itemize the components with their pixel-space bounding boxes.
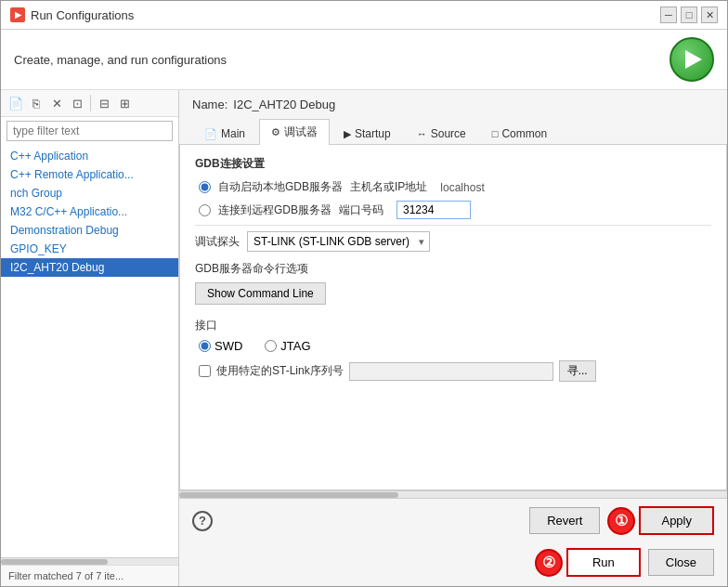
swd-label: SWD	[199, 339, 242, 353]
interface-section: 接口 SWD JTAG 使用特定的ST-	[195, 318, 711, 382]
gdb-options-label: GDB服务器命令行选项	[195, 261, 711, 277]
right-panel: Name: I2C_AHT20 Debug 📄 Main ⚙ 调试器 ▶ Sta…	[179, 90, 727, 586]
name-row: Name: I2C_AHT20 Debug	[179, 90, 727, 119]
startup-tab-icon: ▶	[344, 128, 351, 140]
tab-debugger-label: 调试器	[284, 124, 318, 140]
gdb-section-title: GDB连接设置	[195, 156, 711, 172]
swd-radio[interactable]	[199, 340, 211, 352]
tab-common[interactable]: □ Common	[480, 122, 559, 145]
bottom-actions-row: ? Revert ① Apply	[179, 498, 727, 542]
duplicate-config-icon[interactable]: ⎘	[27, 94, 46, 112]
close-button[interactable]: Close	[648, 549, 714, 576]
search-box	[6, 121, 173, 141]
window-title: Run Configurations	[31, 8, 134, 22]
list-item[interactable]: nch Group	[1, 184, 178, 202]
badge-two: ②	[535, 549, 563, 577]
main-tab-icon: 📄	[204, 128, 217, 140]
swd-text: SWD	[214, 339, 242, 353]
title-bar-left: ▶ Run Configurations	[10, 7, 134, 22]
expand-icon[interactable]: ⊞	[115, 94, 134, 112]
maximize-button[interactable]: □	[681, 7, 697, 23]
horizontal-scrollbar[interactable]	[1, 557, 178, 565]
serial-input[interactable]	[349, 362, 553, 381]
name-label: Name:	[192, 98, 228, 111]
run-large-button[interactable]	[670, 37, 714, 82]
run-button[interactable]: Run	[566, 548, 641, 577]
list-item[interactable]: C++ Application	[1, 147, 178, 165]
show-command-line-button[interactable]: Show Command Line	[195, 282, 326, 305]
filter-icon[interactable]: ⊡	[68, 94, 86, 112]
revert-button[interactable]: Revert	[529, 507, 600, 534]
search-input[interactable]	[6, 121, 173, 141]
new-config-icon[interactable]: 📄	[6, 94, 25, 112]
close-window-button[interactable]: ✕	[701, 7, 718, 23]
serial-select-button[interactable]: 寻...	[559, 360, 596, 382]
list-item[interactable]: M32 C/C++ Applicatio...	[1, 202, 178, 221]
tab-main[interactable]: 📄 Main	[192, 122, 257, 145]
list-item[interactable]: C++ Remote Applicatio...	[1, 165, 178, 184]
run-triangle-icon	[685, 50, 702, 69]
probe-select-wrapper: ST-LINK (ST-LINK GDB server)	[247, 231, 430, 252]
source-tab-icon: ↔	[417, 128, 427, 139]
tabs-row: 📄 Main ⚙ 调试器 ▶ Startup ↔ Source □ Com	[179, 119, 727, 145]
apply-badge-group: ① Apply	[607, 506, 714, 535]
tab-startup[interactable]: ▶ Startup	[332, 122, 403, 145]
run-close-row: ② Run Close	[179, 542, 727, 586]
serial-checkbox-row: 使用特定的ST-Link序列号 寻...	[199, 360, 711, 382]
help-icon[interactable]: ?	[192, 511, 213, 531]
tab-common-label: Common	[501, 127, 547, 140]
left-panel: 📄 ⎘ ✕ ⊡ ⊟ ⊞ C++ Application C++ Remote A…	[1, 90, 179, 586]
serial-checkbox[interactable]	[199, 365, 211, 377]
serial-label: 使用特定的ST-Link序列号	[216, 363, 344, 379]
demonstration-debug-item[interactable]: Demonstration Debug	[1, 221, 178, 240]
probe-label: 调试探头	[195, 234, 240, 250]
remote-gdb-radio[interactable]	[199, 204, 211, 216]
gpio-key-item[interactable]: GPIO_KEY	[1, 240, 178, 258]
main-content: 📄 ⎘ ✕ ⊡ ⊟ ⊞ C++ Application C++ Remote A…	[1, 90, 727, 586]
auto-gdb-label: 自动启动本地GDB服务器	[218, 179, 343, 195]
interface-title: 接口	[195, 318, 711, 333]
collapse-icon[interactable]: ⊟	[95, 94, 113, 112]
interface-radio-group: SWD JTAG	[199, 339, 711, 353]
bottom-scrollbar[interactable]	[179, 490, 727, 498]
delete-config-icon[interactable]: ✕	[47, 94, 66, 112]
jtag-radio[interactable]	[265, 340, 277, 352]
host-value: localhost	[440, 181, 484, 194]
common-tab-icon: □	[492, 128, 499, 139]
tab-main-label: Main	[221, 127, 245, 140]
name-value: I2C_AHT20 Debug	[233, 98, 335, 111]
scrollbar-thumb	[1, 559, 108, 565]
tab-source-label: Source	[431, 127, 466, 140]
tab-startup-label: Startup	[355, 127, 391, 140]
config-area: GDB连接设置 自动启动本地GDB服务器 主机名或IP地址 localhost …	[179, 145, 727, 490]
run-badge-group: ② Run	[535, 548, 641, 577]
jtag-text: JTAG	[280, 339, 310, 353]
jtag-label: JTAG	[265, 339, 310, 353]
tab-debugger[interactable]: ⚙ 调试器	[259, 119, 330, 145]
probe-select[interactable]: ST-LINK (ST-LINK GDB server)	[247, 231, 430, 252]
tab-source[interactable]: ↔ Source	[405, 122, 478, 145]
i2c-aht20-debug-item[interactable]: I2C_AHT20 Debug	[1, 258, 178, 277]
remote-gdb-label: 连接到远程GDB服务器	[218, 202, 332, 218]
apply-button[interactable]: Apply	[639, 506, 714, 535]
remote-gdb-row: 连接到远程GDB服务器 端口号码	[199, 201, 711, 219]
divider	[195, 225, 711, 226]
port-input[interactable]	[396, 201, 471, 219]
left-toolbar: 📄 ⎘ ✕ ⊡ ⊟ ⊞	[1, 90, 178, 117]
port-label: 端口号码	[339, 202, 384, 218]
host-label: 主机名或IP地址	[350, 179, 427, 195]
bottom-scrollbar-thumb	[179, 492, 398, 498]
auto-gdb-row: 自动启动本地GDB服务器 主机名或IP地址 localhost	[199, 179, 711, 195]
toolbar-separator	[90, 95, 91, 111]
window-controls: ─ □ ✕	[660, 7, 718, 23]
bottom-right-buttons: Revert ① Apply	[529, 506, 714, 535]
app-icon: ▶	[10, 7, 25, 22]
debugger-tab-icon: ⚙	[271, 126, 280, 138]
subtitle-bar: Create, manage, and run configurations	[1, 30, 727, 90]
minimize-button[interactable]: ─	[660, 7, 677, 23]
debug-probe-row: 调试探头 ST-LINK (ST-LINK GDB server)	[195, 231, 711, 252]
auto-gdb-radio[interactable]	[199, 181, 211, 193]
tree-list: C++ Application C++ Remote Applicatio...…	[1, 145, 178, 557]
run-configurations-window: ▶ Run Configurations ─ □ ✕ Create, manag…	[0, 0, 728, 587]
filter-status: Filter matched 7 of 7 ite...	[1, 565, 178, 586]
